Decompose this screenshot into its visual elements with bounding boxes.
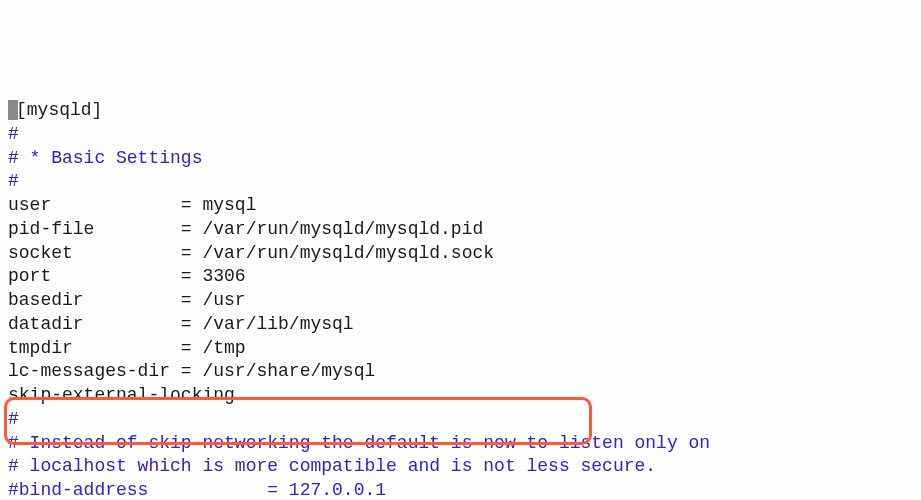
config-line-comment: #	[8, 409, 19, 429]
config-line-note2: # localhost which is more compatible and…	[8, 456, 656, 476]
config-line-lcmessages: lc-messages-dir = /usr/share/mysql	[8, 361, 375, 381]
config-line-basic-settings: # * Basic Settings	[8, 148, 202, 168]
config-line-socket: socket = /var/run/mysqld/mysqld.sock	[8, 243, 494, 263]
config-line-basedir: basedir = /usr	[8, 290, 246, 310]
config-line-bind-address: #bind-address = 127.0.0.1	[8, 480, 386, 500]
config-line-comment: #	[8, 171, 19, 191]
config-line-user: user = mysql	[8, 195, 256, 215]
config-line-skip-external: skip-external-locking	[8, 385, 235, 405]
config-line-pidfile: pid-file = /var/run/mysqld/mysqld.pid	[8, 219, 483, 239]
config-line-datadir: datadir = /var/lib/mysql	[8, 314, 354, 334]
config-line-port: port = 3306	[8, 266, 246, 286]
config-line-section: [mysqld]	[16, 100, 102, 120]
config-line-comment: #	[8, 124, 19, 144]
config-line-note1: # Instead of skip-networking the default…	[8, 433, 710, 453]
config-line-tmpdir: tmpdir = /tmp	[8, 338, 246, 358]
